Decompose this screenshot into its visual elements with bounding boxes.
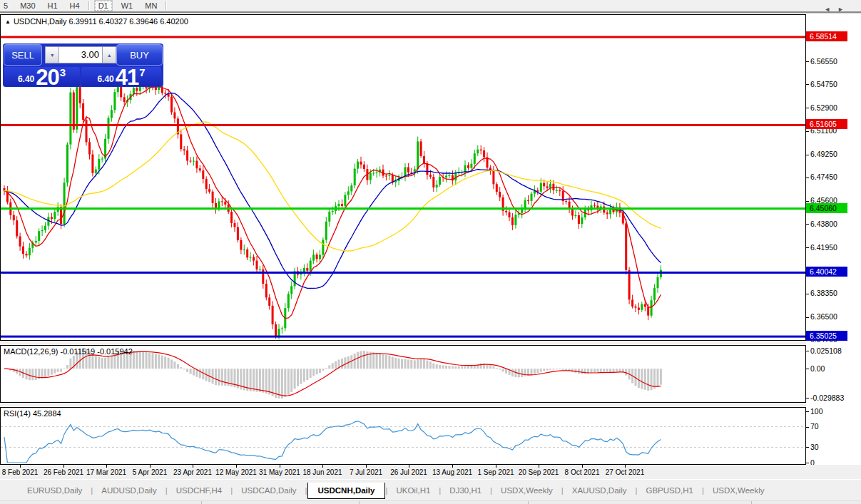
status-strip	[0, 500, 861, 504]
axis-tick-mark	[806, 411, 809, 412]
timeframe-button-w1[interactable]: W1	[118, 1, 137, 11]
date-tick-mark	[409, 465, 409, 468]
timeframe-button-h1[interactable]: H1	[44, 1, 61, 11]
date-tick-mark	[236, 465, 237, 468]
price-axis-label: 6.52900	[810, 103, 837, 112]
rsi-axis-label: 70	[810, 422, 819, 431]
timeframe-button-5[interactable]: 5	[0, 1, 11, 11]
axis-tick-mark	[806, 224, 809, 225]
tab-scroll-right-icon[interactable]: ►	[837, 6, 851, 13]
toolbar-divider	[165, 1, 167, 10]
axis-tick-mark	[806, 369, 809, 369]
tab-scroll-left-icon[interactable]: ◄	[824, 6, 837, 13]
price-axis-label: 6.41950	[810, 243, 837, 252]
axis-tick-mark	[806, 317, 809, 318]
chart-tab-usdx-weekly[interactable]: USDX,Weekly	[492, 483, 561, 498]
date-tick-mark	[20, 465, 21, 468]
sell-price-display[interactable]: 6.40203	[4, 67, 80, 86]
chart-tab-eurusd-daily[interactable]: EURUSD,Daily	[19, 483, 91, 498]
price-axis[interactable]: 6.565506.547506.529006.511006.492506.474…	[806, 14, 861, 465]
axis-tick-mark	[806, 247, 809, 248]
chart-tab-usdchf-h4[interactable]: USDCHF,H4	[168, 483, 231, 498]
date-axis[interactable]: 8 Feb 202126 Feb 202117 Mar 20215 Apr 20…	[0, 465, 861, 479]
price-level-badge[interactable]: 6.35025	[806, 331, 847, 341]
status-strip-divider	[359, 501, 360, 504]
date-tick-mark	[193, 465, 193, 468]
chart-tab-dj30-h1[interactable]: DJ30,H1	[441, 483, 490, 498]
toolbar-divider	[88, 1, 90, 10]
volume-increase-button[interactable]: ▲	[102, 46, 116, 63]
rsi-label: RSI(14) 45.2884	[4, 409, 61, 418]
axis-tick-mark	[806, 351, 809, 351]
sell-price-big: 20	[36, 68, 58, 86]
timeframe-button-d1[interactable]: D1	[94, 0, 113, 11]
candlestick-chart-pane[interactable]: ▲USDCNH,Daily 6.39911 6.40327 6.39646 6.…	[0, 14, 806, 341]
price-axis-label: 6.56550	[810, 57, 837, 66]
status-strip-divider	[201, 501, 202, 504]
collapse-triangle-icon[interactable]: ▲	[5, 19, 11, 25]
date-tick-mark	[63, 465, 64, 468]
sell-button[interactable]: SELL	[4, 44, 42, 66]
date-tick-mark	[496, 465, 496, 468]
axis-tick-mark	[806, 201, 809, 202]
price-axis-label: 6.49250	[810, 150, 837, 158]
axis-tick-mark	[806, 427, 809, 428]
volume-input[interactable]: 3.00	[59, 46, 102, 63]
axis-tick-mark	[806, 463, 809, 463]
chart-tab-usdcad-daily[interactable]: USDCAD,Daily	[233, 483, 305, 498]
volume-stepper: ▼ 3.00 ▲	[45, 46, 116, 63]
price-axis-label: 6.47450	[810, 173, 837, 181]
price-axis-label: 6.54750	[810, 80, 837, 88]
date-axis-label: 1 Sep 2021	[477, 468, 514, 476]
date-axis-label: 31 May 2021	[259, 468, 300, 476]
axis-tick-mark	[806, 84, 809, 85]
timeframe-button-h4[interactable]: H4	[66, 1, 83, 11]
date-axis-label: 8 Feb 2021	[2, 468, 39, 476]
date-axis-label: 20 Sep 2021	[519, 468, 559, 476]
buy-price-display[interactable]: 6.40417	[81, 67, 161, 86]
chart-tab-usdcnh-daily[interactable]: USDCNH,Daily	[307, 483, 386, 499]
macd-indicator-pane[interactable]: MACD(12,26,9) -0.011519 -0.015942	[0, 345, 806, 403]
buy-price-big: 41	[116, 68, 138, 86]
date-axis-label: 18 Jun 2021	[302, 468, 342, 476]
rsi-indicator-pane[interactable]: RSI(14) 45.2884	[0, 407, 806, 465]
axis-tick-mark	[806, 61, 809, 62]
timeframe-button-mn[interactable]: MN	[141, 1, 161, 11]
price-level-badge[interactable]: 6.45060	[806, 203, 847, 213]
status-strip-divider	[751, 501, 752, 504]
chart-tab-xauusd-daily[interactable]: XAUUSD,Daily	[564, 483, 636, 498]
sell-price-sup: 3	[60, 66, 66, 78]
chart-title: ▲USDCNH,Daily 6.39911 6.40327 6.39646 6.…	[5, 17, 188, 26]
volume-decrease-button[interactable]: ▼	[45, 46, 59, 63]
price-level-badge[interactable]: 6.51605	[806, 119, 847, 129]
price-axis-label: 6.43800	[810, 220, 837, 228]
chart-tab-usdx-weekly[interactable]: USDX,Weekly	[704, 483, 773, 498]
axis-tick-mark	[806, 131, 809, 132]
date-axis-label: 23 Apr 2021	[173, 468, 212, 476]
rsi-axis-label: 100	[810, 407, 823, 416]
date-tick-mark	[582, 465, 583, 468]
price-axis-label: 6.38350	[810, 289, 837, 297]
date-axis-label: 26 Feb 2021	[44, 468, 83, 476]
price-level-badge[interactable]: 6.58514	[806, 31, 847, 41]
axis-tick-mark	[806, 155, 809, 155]
chart-symbol-period: USDCNH,Daily	[14, 17, 67, 26]
date-tick-mark	[539, 465, 539, 468]
date-axis-label: 27 Oct 2021	[606, 468, 644, 476]
chart-tab-ukoil-h1[interactable]: UKOil,H1	[387, 483, 439, 498]
macd-axis-label: 0.025108	[810, 346, 842, 355]
date-axis-label: 7 Jul 2021	[350, 468, 382, 476]
date-axis-label: 5 Apr 2021	[133, 468, 167, 476]
chart-tab-audusd-daily[interactable]: AUDUSD,Daily	[93, 483, 165, 498]
chart-tab-bar: EURUSD,Daily|AUDUSD,Daily|USDCHF,H4|USDC…	[0, 479, 861, 501]
buy-button[interactable]: BUY	[116, 44, 163, 66]
chart-ohlc-values: 6.39911 6.40327 6.39646 6.40200	[69, 17, 188, 26]
price-level-badge[interactable]: 6.40042	[806, 267, 847, 277]
rsi-axis-label: 30	[810, 443, 819, 451]
axis-tick-mark	[806, 398, 809, 398]
timeframe-button-m30[interactable]: M30	[16, 1, 39, 11]
date-axis-label: 17 Mar 2021	[86, 468, 126, 476]
chart-tab-gbpusd-h1[interactable]: GBPUSD,H1	[637, 483, 701, 498]
axis-tick-mark	[806, 108, 809, 108]
axis-tick-mark	[806, 447, 809, 448]
